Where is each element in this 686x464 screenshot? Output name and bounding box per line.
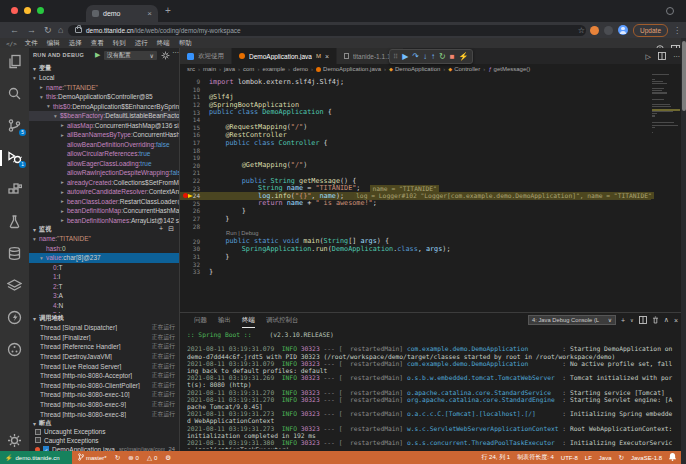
status-item[interactable]: ↻ — [619, 454, 624, 461]
callstack-thread[interactable]: Thread [http-nio-8080-Acceptor]正在运行 — [29, 371, 179, 381]
watch-row[interactable]: ▾value: char[8]@237 — [29, 253, 179, 263]
search-icon[interactable] — [7, 86, 23, 102]
forward-button[interactable]: → — [27, 25, 36, 35]
variable-row[interactable]: ▸beanDefinitionNames: ArrayList@142 size… — [29, 216, 179, 226]
run-and-debug-icon[interactable]: 1 — [7, 150, 23, 166]
breadcrumb-item[interactable]: com — [243, 66, 254, 72]
watch-row[interactable]: 1: I — [29, 272, 179, 282]
chevron-down-icon[interactable]: ∨ — [630, 317, 634, 323]
split-terminal-icon[interactable] — [639, 316, 647, 325]
extension-dark-icon[interactable] — [604, 26, 613, 35]
more-actions-icon[interactable]: ⋯ — [673, 53, 680, 61]
callstack-thread[interactable]: Thread [Finalizer]正在运行 — [29, 333, 179, 343]
watch-row[interactable]: ▾name: "TITANIDE" — [29, 234, 179, 244]
menu-view[interactable]: 查看 — [91, 39, 104, 48]
extension-orange-icon[interactable] — [590, 26, 599, 35]
run-file-icon[interactable]: ▷ — [646, 53, 651, 61]
callstack-thread[interactable]: Thread [http-nio-8080-ClientPoller]正在运行 — [29, 381, 179, 391]
variable-row[interactable]: ▸beanDefinitionMap: ConcurrentHashMap@14… — [29, 206, 179, 216]
variable-row[interactable]: ▸alreadyCreated: Collections$SetFromMap@… — [29, 178, 179, 188]
window-zoom-button[interactable] — [37, 7, 44, 14]
variable-row[interactable]: ▸aliasMap: ConcurrentHashMap@136 size=1 — [29, 121, 179, 131]
maximize-panel-icon[interactable]: ∧ — [664, 316, 669, 324]
variable-row[interactable]: allowEagerClassLoading: true — [29, 159, 179, 169]
variable-row[interactable]: ▸allBeanNamesByType: ConcurrentHashMap@1… — [29, 130, 179, 140]
address-bar[interactable]: demo.titanide.cn/ide/web/coding/demo/my-… — [68, 25, 586, 36]
codelens[interactable]: Run | Debug — [226, 230, 258, 236]
layers-icon[interactable] — [7, 278, 23, 294]
debug-step-over-button[interactable]: ↷ — [412, 52, 419, 61]
status-item[interactable]: UTF-8 — [561, 455, 578, 461]
debug-step-out-button[interactable]: ↑ — [431, 52, 435, 61]
callstack-thread[interactable]: Thread [Live Reload Server]正在运行 — [29, 361, 179, 371]
terminal-output[interactable]: :: Spring Boot ::(v2.3.10.RELEASE)2021-0… — [187, 331, 674, 449]
status-item[interactable]: △0 — [147, 454, 157, 461]
variable-row[interactable]: ▾Local — [29, 73, 179, 83]
checkbox[interactable] — [35, 429, 41, 435]
bookmark-star-icon[interactable]: ☆ — [578, 26, 585, 35]
profile-icon[interactable] — [666, 7, 674, 15]
variable-row[interactable]: allowRawInjectionDespiteWrapping: false — [29, 168, 179, 178]
source-control-icon[interactable]: 5 — [7, 118, 23, 134]
watch-row[interactable]: hash: 0 — [29, 244, 179, 254]
page-scrollbar[interactable] — [681, 38, 686, 464]
tab-demoapplication[interactable]: DemoApplication.java M × — [232, 48, 337, 64]
variable-row[interactable]: ▸autowireCandidateResolver: ContextAnnot… — [29, 187, 179, 197]
status-item[interactable]: LF — [585, 455, 592, 461]
watch-row[interactable]: 0: T — [29, 263, 179, 273]
menu-run[interactable]: 运行 — [135, 39, 148, 48]
browser-tab[interactable]: demo × — [86, 5, 158, 22]
status-item[interactable]: ↻ — [115, 454, 120, 461]
breadcrumb-item[interactable]: demo — [293, 66, 308, 72]
window-minimize-button[interactable] — [24, 7, 31, 14]
variable-row[interactable]: allowBeanDefinitionOverriding: false — [29, 140, 179, 150]
start-debug-icon[interactable]: ▶ — [95, 51, 100, 59]
tab-close-icon[interactable]: × — [147, 10, 152, 18]
variable-row[interactable]: ▸name: "TITANIDE" — [29, 83, 179, 93]
watch-section-header[interactable]: ▾监视 +⊟ — [29, 225, 179, 234]
testing-icon[interactable] — [7, 214, 23, 230]
menu-selection[interactable]: 选择 — [69, 39, 82, 48]
database-icon[interactable] — [7, 246, 23, 262]
breakpoint-row[interactable]: Uncaught Exceptions — [29, 427, 179, 436]
menu-go[interactable]: 转到 — [113, 39, 126, 48]
add-watch-icon[interactable]: + — [159, 225, 163, 233]
breadcrumb-item[interactable]: ƒgetMessage() — [488, 66, 530, 72]
settings-gear-icon[interactable] — [7, 433, 23, 449]
status-item[interactable]: master* — [78, 453, 107, 462]
terminal-select[interactable]: 4: Java Debug Console (L∨ — [528, 315, 616, 325]
menu-edit[interactable]: 编辑 — [47, 39, 60, 48]
update-button[interactable]: Update — [633, 24, 668, 37]
collapse-all-icon[interactable]: ⊟ — [168, 225, 174, 233]
checkbox[interactable] — [35, 437, 41, 443]
menu-terminal[interactable]: 终端 — [157, 39, 170, 48]
callstack-thread[interactable]: Thread [Signal Dispatcher]正在运行 — [29, 323, 179, 333]
breakpoints-section-header[interactable]: ▾断点 — [29, 419, 179, 427]
window-close-button[interactable] — [11, 7, 18, 14]
close-panel-icon[interactable]: × — [674, 317, 678, 324]
variables-section-header[interactable]: ▾变量 — [29, 63, 179, 73]
minimap[interactable] — [651, 74, 681, 144]
debug-stop-button[interactable]: ■ — [450, 52, 455, 61]
menu-file[interactable]: 文件 — [25, 39, 38, 48]
scrollbar-thumb[interactable] — [682, 41, 686, 111]
code-area[interactable]: 9import lombok.extern.slf4j.Slf4j;1011@S… — [180, 74, 686, 312]
breadcrumb-item[interactable]: example — [262, 66, 285, 72]
status-item[interactable]: ⊗0 — [128, 454, 139, 461]
breadcrumb-item[interactable]: java — [224, 66, 235, 72]
panel-tab-output[interactable]: 输出 — [218, 316, 231, 328]
variable-row[interactable]: ▾this: DemoApplication$Controller@85 — [29, 92, 179, 102]
new-terminal-icon[interactable]: + — [621, 317, 625, 324]
breadcrumb-item[interactable]: ◆DemoApplication — [389, 66, 440, 72]
extensions-icon[interactable] — [7, 182, 23, 198]
explorer-icon[interactable] — [7, 54, 23, 70]
status-item[interactable]: ⚙ — [165, 454, 171, 461]
status-item[interactable] — [669, 453, 676, 462]
energy-icon[interactable] — [7, 310, 23, 326]
callstack-thread[interactable]: Thread [DestroyJavaVM]正在运行 — [29, 352, 179, 362]
debug-restart-button[interactable]: ↻ — [439, 52, 446, 61]
nodes-icon[interactable] — [7, 342, 23, 358]
menu-help[interactable]: 帮助 — [179, 39, 192, 48]
split-editor-icon[interactable] — [658, 52, 666, 61]
back-button[interactable]: ← — [10, 25, 19, 35]
